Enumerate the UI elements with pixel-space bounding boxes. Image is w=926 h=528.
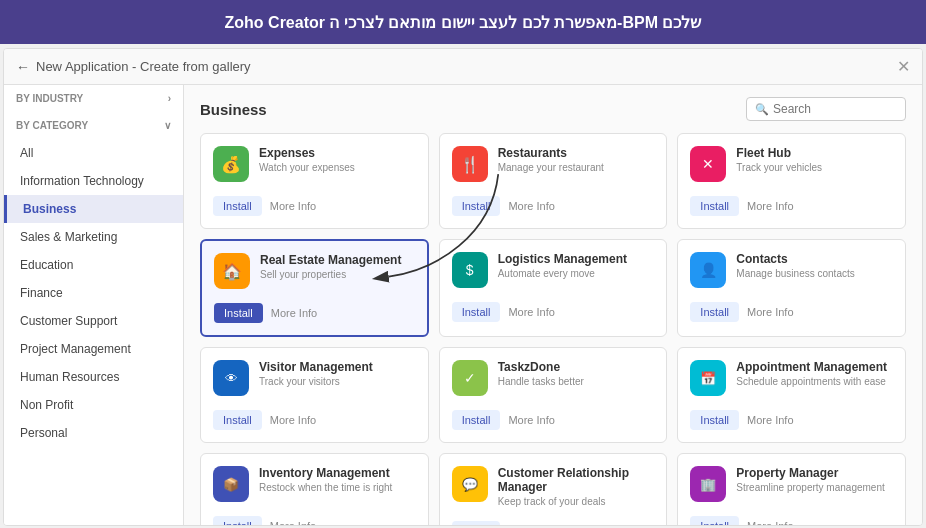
- app-icon-expenses: 💰: [213, 146, 249, 182]
- search-box[interactable]: 🔍: [746, 97, 906, 121]
- more-info-button-appointment[interactable]: More Info: [747, 414, 793, 426]
- app-icon-crm: 💬: [452, 466, 488, 502]
- more-info-button-fleet-hub[interactable]: More Info: [747, 200, 793, 212]
- modal-title: New Application - Create from gallery: [36, 59, 897, 74]
- app-name-property-manager: Property Manager: [736, 466, 893, 480]
- sidebar-item-information-technology[interactable]: Information Technology: [4, 167, 183, 195]
- sidebar-item-project-management[interactable]: Project Management: [4, 335, 183, 363]
- app-name-fleet-hub: Fleet Hub: [736, 146, 893, 160]
- app-icon-real-estate: 🏠: [214, 253, 250, 289]
- app-desc-property-manager: Streamline property management: [736, 482, 893, 493]
- app-desc-expenses: Watch your expenses: [259, 162, 416, 173]
- app-name-real-estate: Real Estate Management: [260, 253, 415, 267]
- more-info-button-contacts[interactable]: More Info: [747, 306, 793, 318]
- app-desc-contacts: Manage business contacts: [736, 268, 893, 279]
- sidebar-by-industry[interactable]: BY INDUSTRY ›: [4, 85, 183, 112]
- close-button[interactable]: ✕: [897, 57, 910, 76]
- app-icon-inventory: 📦: [213, 466, 249, 502]
- app-card-appointment: 📅 Appointment Management Schedule appoin…: [677, 347, 906, 443]
- sidebar-item-all[interactable]: All: [4, 139, 183, 167]
- app-card-taskzdone: ✓ TaskzDone Handle tasks better Install …: [439, 347, 668, 443]
- app-name-restaurants: Restaurants: [498, 146, 655, 160]
- app-name-expenses: Expenses: [259, 146, 416, 160]
- sidebar-item-finance[interactable]: Finance: [4, 279, 183, 307]
- app-card-fleet-hub: ✕ Fleet Hub Track your vehicles Install …: [677, 133, 906, 229]
- app-name-visitor: Visitor Management: [259, 360, 416, 374]
- install-button-crm[interactable]: Install: [452, 521, 501, 525]
- app-name-taskzdone: TaskzDone: [498, 360, 655, 374]
- install-button-property-manager[interactable]: Install: [690, 516, 739, 525]
- app-card-expenses: 💰 Expenses Watch your expenses Install M…: [200, 133, 429, 229]
- content-title: Business: [200, 101, 267, 118]
- app-name-inventory: Inventory Management: [259, 466, 416, 480]
- app-desc-crm: Keep track of your deals: [498, 496, 655, 507]
- sidebar-item-sales-marketing[interactable]: Sales & Marketing: [4, 223, 183, 251]
- app-name-crm: Customer Relationship Manager: [498, 466, 655, 494]
- more-info-button-visitor[interactable]: More Info: [270, 414, 316, 426]
- sidebar-by-category[interactable]: BY CATEGORY ∨: [4, 112, 183, 139]
- sidebar-item-customer-support[interactable]: Customer Support: [4, 307, 183, 335]
- app-card-inventory: 📦 Inventory Management Restock when the …: [200, 453, 429, 525]
- app-icon-property-manager: 🏢: [690, 466, 726, 502]
- app-card-logistics: $ Logistics Management Automate every mo…: [439, 239, 668, 337]
- sidebar-item-business[interactable]: Business: [4, 195, 183, 223]
- app-icon-fleet-hub: ✕: [690, 146, 726, 182]
- install-button-appointment[interactable]: Install: [690, 410, 739, 430]
- install-button-contacts[interactable]: Install: [690, 302, 739, 322]
- sidebar-item-education[interactable]: Education: [4, 251, 183, 279]
- install-button-visitor[interactable]: Install: [213, 410, 262, 430]
- app-desc-fleet-hub: Track your vehicles: [736, 162, 893, 173]
- search-input[interactable]: [773, 102, 893, 116]
- install-button-logistics[interactable]: Install: [452, 302, 501, 322]
- install-button-fleet-hub[interactable]: Install: [690, 196, 739, 216]
- top-banner: שלכם BPM-מאפשרת לכם לעצב יישום מותאם לצר…: [0, 0, 926, 44]
- app-name-appointment: Appointment Management: [736, 360, 893, 374]
- banner-text: שלכם BPM-מאפשרת לכם לעצב יישום מותאם לצר…: [225, 13, 702, 32]
- more-info-button-real-estate[interactable]: More Info: [271, 307, 317, 319]
- app-icon-contacts: 👤: [690, 252, 726, 288]
- modal: ← New Application - Create from gallery …: [3, 48, 923, 526]
- install-button-inventory[interactable]: Install: [213, 516, 262, 525]
- content-area: Business 🔍 💰 Expenses Watch your expense…: [184, 85, 922, 525]
- app-desc-inventory: Restock when the time is right: [259, 482, 416, 493]
- app-card-contacts: 👤 Contacts Manage business contacts Inst…: [677, 239, 906, 337]
- modal-header: ← New Application - Create from gallery …: [4, 49, 922, 85]
- app-desc-real-estate: Sell your properties: [260, 269, 415, 280]
- app-card-real-estate: 🏠 Real Estate Management Sell your prope…: [200, 239, 429, 337]
- more-info-button-logistics[interactable]: More Info: [508, 306, 554, 318]
- app-icon-restaurants: 🍴: [452, 146, 488, 182]
- more-info-button-restaurants[interactable]: More Info: [508, 200, 554, 212]
- more-info-button-property-manager[interactable]: More Info: [747, 520, 793, 525]
- apps-grid: 💰 Expenses Watch your expenses Install M…: [200, 133, 906, 525]
- app-name-logistics: Logistics Management: [498, 252, 655, 266]
- install-button-expenses[interactable]: Install: [213, 196, 262, 216]
- install-button-restaurants[interactable]: Install: [452, 196, 501, 216]
- app-desc-logistics: Automate every move: [498, 268, 655, 279]
- sidebar: BY INDUSTRY › BY CATEGORY ∨ All Informat…: [4, 85, 184, 525]
- app-desc-visitor: Track your visitors: [259, 376, 416, 387]
- app-card-crm: 💬 Customer Relationship Manager Keep tra…: [439, 453, 668, 525]
- sidebar-item-non-profit[interactable]: Non Profit: [4, 391, 183, 419]
- app-card-restaurants: 🍴 Restaurants Manage your restaurant Ins…: [439, 133, 668, 229]
- sidebar-item-human-resources[interactable]: Human Resources: [4, 363, 183, 391]
- install-button-taskzdone[interactable]: Install: [452, 410, 501, 430]
- app-card-property-manager: 🏢 Property Manager Streamline property m…: [677, 453, 906, 525]
- app-icon-taskzdone: ✓: [452, 360, 488, 396]
- more-info-button-inventory[interactable]: More Info: [270, 520, 316, 525]
- app-card-visitor: 👁 Visitor Management Track your visitors…: [200, 347, 429, 443]
- app-icon-logistics: $: [452, 252, 488, 288]
- app-icon-visitor: 👁: [213, 360, 249, 396]
- search-icon: 🔍: [755, 103, 769, 116]
- more-info-button-taskzdone[interactable]: More Info: [508, 414, 554, 426]
- app-desc-appointment: Schedule appointments with ease: [736, 376, 893, 387]
- back-button[interactable]: ←: [16, 59, 30, 75]
- modal-body: BY INDUSTRY › BY CATEGORY ∨ All Informat…: [4, 85, 922, 525]
- app-icon-appointment: 📅: [690, 360, 726, 396]
- more-info-button-expenses[interactable]: More Info: [270, 200, 316, 212]
- app-desc-taskzdone: Handle tasks better: [498, 376, 655, 387]
- sidebar-item-personal[interactable]: Personal: [4, 419, 183, 447]
- app-name-contacts: Contacts: [736, 252, 893, 266]
- content-header: Business 🔍: [200, 97, 906, 121]
- install-button-real-estate[interactable]: Install: [214, 303, 263, 323]
- app-desc-restaurants: Manage your restaurant: [498, 162, 655, 173]
